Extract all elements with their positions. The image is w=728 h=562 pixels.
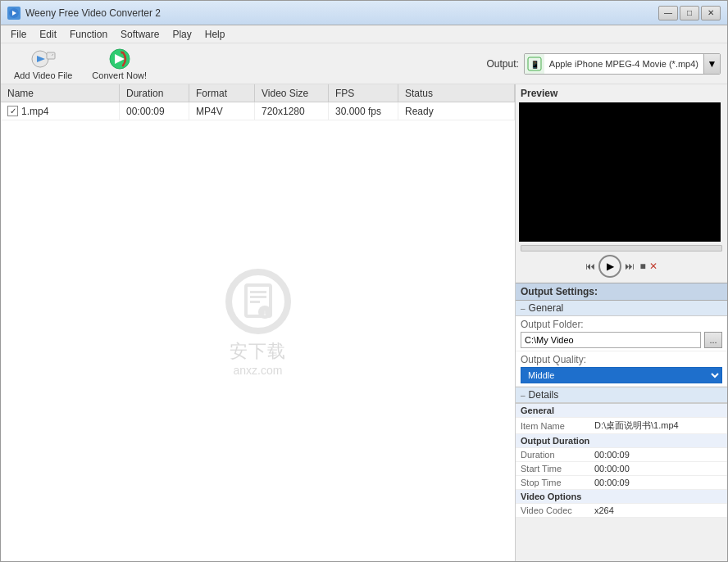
svg-rect-10 — [246, 285, 271, 316]
header-format: Format — [189, 84, 255, 102]
settings-general-header[interactable]: – General — [516, 301, 727, 316]
title-bar: Weeny Free Video Converter 2 — □ ✕ — [1, 1, 727, 25]
preview-section: Preview ⏮ ▶ ⏭ ■ ✕ — [516, 84, 727, 283]
svg-text:📱: 📱 — [530, 60, 539, 70]
item-name-value: D:\桌面说明书\1.mp4 — [589, 418, 727, 434]
main-window: Weeny Free Video Converter 2 — □ ✕ File … — [0, 0, 728, 562]
browse-button[interactable]: ... — [704, 332, 722, 348]
cell-video-size: 720x1280 — [255, 102, 329, 120]
preview-video — [519, 102, 721, 242]
play-button[interactable]: ▶ — [598, 255, 621, 278]
header-video-size: Video Size — [255, 84, 329, 102]
preview-controls: ⏮ ▶ ⏭ ■ ✕ — [519, 242, 724, 279]
output-folder-input[interactable] — [521, 332, 701, 348]
svg-rect-12 — [250, 296, 266, 298]
output-format-dropdown-arrow[interactable]: ▼ — [703, 54, 720, 74]
stop-button[interactable]: ■ — [639, 261, 645, 272]
video-codec-value: x264 — [589, 504, 727, 518]
output-format-icon: 📱 — [525, 54, 544, 74]
menu-play[interactable]: Play — [166, 27, 198, 42]
general-label: General — [529, 302, 564, 314]
settings-details-header[interactable]: – Details — [516, 387, 727, 403]
add-video-icon — [30, 48, 57, 70]
menu-bar: File Edit Function Software Play Help — [1, 25, 727, 43]
file-list-panel: Name Duration Format Video Size FPS Stat… — [1, 84, 516, 561]
duration-value: 00:00:09 — [589, 448, 727, 462]
output-settings-header: Output Settings: — [516, 283, 727, 301]
item-name-label: Item Name — [516, 418, 589, 434]
convert-button[interactable]: Convert Now! — [85, 44, 153, 84]
svg-rect-13 — [250, 301, 260, 303]
output-label: Output: — [486, 58, 518, 70]
output-folder-label: Output Folder: — [521, 319, 722, 330]
header-duration: Duration — [120, 84, 189, 102]
close-button[interactable]: ✕ — [701, 6, 721, 20]
stop-time-label: Stop Time — [516, 476, 589, 490]
close-media-button[interactable]: ✕ — [649, 261, 657, 272]
row-checkbox[interactable] — [7, 106, 18, 116]
output-format-selector[interactable]: 📱 Apple iPhone MPEG-4 Movie (*.mp4) ▼ — [524, 53, 721, 75]
file-list-header: Name Duration Format Video Size FPS Stat… — [1, 84, 515, 102]
header-fps: FPS — [329, 84, 398, 102]
cell-fps: 30.000 fps — [329, 102, 398, 120]
watermark-text: 安下载 — [230, 339, 286, 364]
header-status: Status — [398, 84, 515, 102]
menu-help[interactable]: Help — [198, 27, 232, 42]
general-collapse-icon: – — [521, 304, 526, 313]
app-icon — [7, 7, 20, 20]
start-time-label: Start Time — [516, 462, 589, 476]
output-quality-row: Output Quality: Middle Low High — [516, 351, 727, 387]
settings-scroll[interactable]: – General Output Folder: ... Output Qual… — [516, 301, 727, 561]
output-area: Output: 📱 Apple iPhone MPEG-4 Movie (*.m… — [486, 53, 721, 75]
svg-rect-11 — [250, 291, 266, 293]
output-format-text: Apple iPhone MPEG-4 Movie (*.mp4) — [544, 57, 703, 70]
menu-function[interactable]: Function — [63, 27, 114, 42]
watermark: ↓ 安下载 anxz.com — [225, 269, 291, 377]
add-video-button[interactable]: Add Video File — [7, 44, 79, 84]
window-controls: — □ ✕ — [658, 6, 721, 20]
watermark-icon: ↓ — [225, 269, 291, 334]
video-codec-label: Video Codec — [516, 504, 589, 518]
menu-software[interactable]: Software — [114, 27, 166, 42]
cell-duration: 00:00:09 — [120, 102, 189, 120]
maximize-button[interactable]: □ — [680, 6, 699, 20]
minimize-button[interactable]: — — [658, 6, 678, 20]
watermark-subtext: anxz.com — [234, 364, 283, 377]
cell-name: 1.mp4 — [1, 102, 120, 120]
svg-rect-4 — [47, 52, 55, 59]
menu-file[interactable]: File — [4, 27, 33, 42]
start-time-value: 00:00:00 — [589, 462, 727, 476]
details-collapse-icon: – — [521, 391, 526, 400]
menu-edit[interactable]: Edit — [33, 27, 63, 42]
right-panel: Preview ⏮ ▶ ⏭ ■ ✕ — [516, 84, 727, 561]
details-label: Details — [529, 389, 559, 401]
play-icon: ▶ — [607, 261, 614, 272]
rewind-button[interactable]: ⏮ — [585, 261, 595, 272]
details-table: General Item Name D:\桌面说明书\1.mp4 Output … — [516, 403, 727, 518]
svg-text:↓: ↓ — [262, 308, 266, 317]
cell-format: MP4V — [189, 102, 255, 120]
video-options-section: Video Options — [516, 490, 727, 504]
output-folder-row: Output Folder: ... — [516, 316, 727, 351]
forward-button[interactable]: ⏭ — [625, 261, 635, 272]
output-quality-label: Output Quality: — [521, 354, 722, 365]
convert-label: Convert Now! — [92, 70, 147, 80]
general-sub-section: General — [516, 404, 727, 418]
header-name: Name — [1, 84, 120, 102]
stop-time-value: 00:00:09 — [589, 476, 727, 490]
output-settings: Output Settings: – General Output Folder… — [516, 283, 727, 561]
progress-bar[interactable] — [521, 245, 722, 252]
output-quality-select[interactable]: Middle Low High — [521, 367, 722, 383]
cell-status: Ready — [398, 102, 515, 120]
table-row[interactable]: 1.mp4 00:00:09 MP4V 720x1280 30.000 fps … — [1, 102, 515, 120]
output-duration-section: Output Duration — [516, 434, 727, 448]
toolbar: Add Video File Convert Now! Output: 📱 — [1, 43, 727, 84]
duration-label: Duration — [516, 448, 589, 462]
add-video-label: Add Video File — [14, 70, 72, 80]
playback-buttons: ⏮ ▶ ⏭ ■ ✕ — [521, 255, 722, 278]
preview-label: Preview — [519, 88, 724, 99]
svg-point-14 — [258, 306, 271, 319]
output-folder-input-row: ... — [521, 332, 722, 348]
main-content: Name Duration Format Video Size FPS Stat… — [1, 84, 727, 561]
window-title: Weeny Free Video Converter 2 — [25, 7, 658, 19]
